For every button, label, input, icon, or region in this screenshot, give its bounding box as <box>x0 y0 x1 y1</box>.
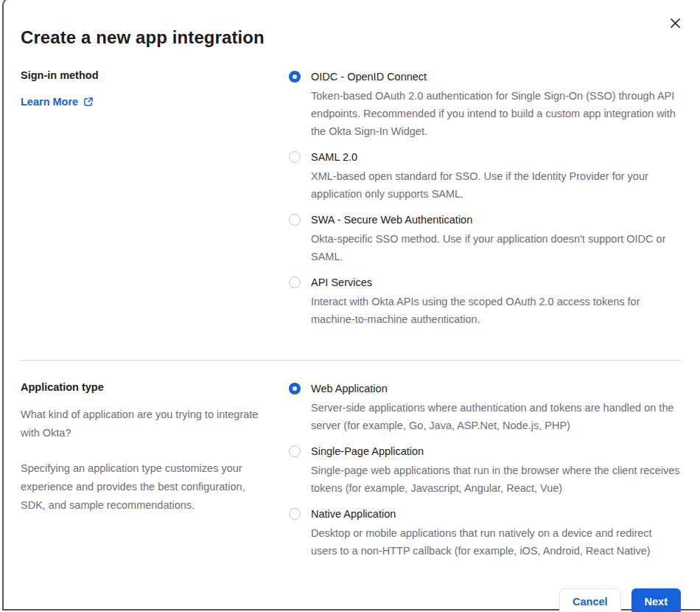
radio-option-label: Single-Page Application <box>311 445 424 457</box>
create-app-integration-dialog: Create a new app integration Sign-in met… <box>2 0 700 611</box>
radio-option-single-page-application[interactable]: Single-Page Application Single-page web … <box>289 444 681 497</box>
radio-option-native-application[interactable]: Native Application Desktop or mobile app… <box>289 507 681 560</box>
radio-option-label: API Services <box>311 277 372 288</box>
radio-option-label: Web Application <box>311 383 388 394</box>
close-icon <box>670 18 681 29</box>
radio-button[interactable] <box>289 71 301 83</box>
sign-in-method-label: Sign-in method <box>21 69 269 82</box>
sign-in-method-section: Sign-in method Learn More OIDC - OpenID … <box>21 69 681 328</box>
radio-option-description: Token-based OAuth 2.0 authentication for… <box>311 87 681 140</box>
radio-button[interactable] <box>289 383 301 394</box>
next-button[interactable]: Next <box>631 588 681 612</box>
radio-option-description: Desktop or mobile applications that run … <box>311 524 681 560</box>
dialog-footer: Cancel Next <box>21 588 681 612</box>
radio-button[interactable] <box>289 214 301 226</box>
learn-more-link[interactable]: Learn More <box>21 96 94 108</box>
radio-option-saml-2-0[interactable]: SAML 2.0 XML-based open standard for SSO… <box>289 150 681 203</box>
radio-option-description: Server-side applications where authentic… <box>311 399 681 434</box>
radio-option-description: Okta-specific SSO method. Use if your ap… <box>311 230 681 265</box>
application-type-section: Application type What kind of applicatio… <box>21 381 681 560</box>
sign-in-method-options: OIDC - OpenID Connect Token-based OAuth … <box>289 69 681 328</box>
dialog-title: Create a new app integration <box>21 27 681 48</box>
radio-option-description: Interact with Okta APIs using the scoped… <box>311 293 681 328</box>
radio-option-description: Single-page web applications that run in… <box>311 462 681 497</box>
application-type-hint: Specifying an application type customize… <box>21 459 269 515</box>
radio-option-description: XML-based open standard for SSO. Use if … <box>311 167 681 203</box>
radio-option-label: SWA - Secure Web Authentication <box>311 214 472 226</box>
radio-option-swa-secure-web-authentication[interactable]: SWA - Secure Web Authentication Okta-spe… <box>289 212 681 265</box>
radio-option-api-services[interactable]: API Services Interact with Okta APIs usi… <box>289 275 681 328</box>
radio-button[interactable] <box>289 445 301 457</box>
radio-option-label: OIDC - OpenID Connect <box>311 71 427 83</box>
cancel-button[interactable]: Cancel <box>559 588 621 612</box>
radio-button[interactable] <box>289 508 301 520</box>
radio-option-label: Native Application <box>311 508 396 520</box>
radio-button[interactable] <box>289 277 301 288</box>
radio-option-oidc-openid-connect[interactable]: OIDC - OpenID Connect Token-based OAuth … <box>289 69 681 140</box>
application-type-options: Web Application Server-side applications… <box>289 381 681 560</box>
radio-option-web-application[interactable]: Web Application Server-side applications… <box>289 381 681 434</box>
radio-option-label: SAML 2.0 <box>311 151 357 163</box>
external-link-icon <box>83 97 94 107</box>
close-button[interactable] <box>666 14 684 32</box>
learn-more-label: Learn More <box>21 96 78 108</box>
application-type-question: What kind of application are you trying … <box>21 406 269 442</box>
application-type-label: Application type <box>21 381 269 394</box>
section-divider <box>21 360 681 361</box>
radio-button[interactable] <box>289 151 301 163</box>
